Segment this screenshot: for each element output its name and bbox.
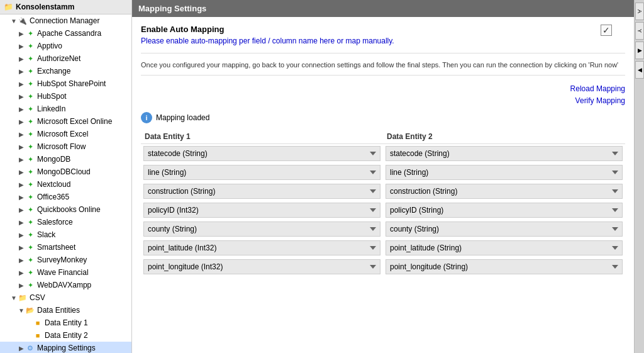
data-entity-2-icon: ■: [33, 330, 43, 340]
sidebar-item-ms-excel[interactable]: ▶ ✦ Microsoft Excel: [0, 128, 131, 140]
main-title-bar: Mapping Settings: [132, 0, 634, 17]
right-btn-2[interactable]: Y: [635, 22, 644, 40]
right-btn-4[interactable]: ◀: [635, 61, 644, 79]
mapping-select-e1-6[interactable]: point_longitude (Int32): [143, 259, 380, 274]
sidebar-item-exchange[interactable]: ▶ ✦ Exchange: [0, 65, 131, 77]
mapping-select-e2-1[interactable]: line (String): [386, 165, 623, 180]
entity1-header: Data Entity 1: [141, 130, 383, 144]
data-entity-1-icon: ■: [33, 318, 43, 328]
wave-icon: ✦: [25, 267, 35, 277]
mapping-select-e1-4[interactable]: county (String): [143, 221, 380, 237]
hubspot-sp-icon: ✦: [25, 79, 35, 89]
surveymonkey-icon: ✦: [25, 255, 35, 265]
mapping-select-e2-2[interactable]: construction (String): [386, 184, 623, 199]
auto-mapping-checkbox-area: ✓: [587, 25, 625, 36]
exchange-label: Exchange: [37, 67, 70, 76]
mapping-row-2: construction (String)construction (Strin…: [141, 182, 625, 201]
mapping-select-e2-0[interactable]: statecode (String): [386, 146, 623, 161]
mapping-loaded-text: Mapping loaded: [156, 113, 209, 122]
sidebar-item-smartsheet[interactable]: ▶ ✦ Smartsheet: [0, 241, 131, 254]
mapping-table: Data Entity 1 Data Entity 2 statecode (S…: [141, 130, 625, 276]
sidebar-item-authorizenet[interactable]: ▶ ✦ AuthorizeNet: [0, 52, 131, 65]
connection-manager-icon: 🔌: [18, 16, 28, 26]
entity2-header: Data Entity 2: [383, 130, 625, 144]
right-btn-3[interactable]: ▶: [635, 42, 644, 59]
mongodbcloud-label: MongoDBCloud: [37, 167, 91, 176]
mapping-select-e1-2[interactable]: construction (String): [143, 184, 380, 199]
mapping-cell-e2-1: line (String): [383, 163, 625, 182]
hubspot-icon: ✦: [25, 91, 35, 101]
mapping-cell-e1-1: line (String): [141, 163, 383, 182]
authorizenet-label: AuthorizeNet: [37, 54, 80, 63]
verify-mapping-link[interactable]: Verify Mapping: [141, 95, 625, 107]
mapping-row-6: point_longitude (Int32)point_longitude (…: [141, 257, 625, 276]
sidebar-item-data-entity-2[interactable]: ■ Data Entity 2: [0, 329, 131, 342]
sidebar-item-quickbooks[interactable]: ▶ ✦ Quickbooks Online: [0, 203, 131, 216]
sidebar-item-mongodb[interactable]: ▶ ✦ MongoDB: [0, 153, 131, 165]
exchange-icon: ✦: [25, 66, 35, 76]
ms-excel-icon: ✦: [25, 129, 35, 139]
sidebar-item-data-entities[interactable]: ▼ 📂 Data Entities: [0, 304, 131, 317]
mapping-select-e1-0[interactable]: statecode (String): [143, 146, 380, 161]
expand-icon: ▶: [18, 30, 25, 37]
cassandra-label: Apache Cassandra: [37, 29, 101, 38]
mapping-cell-e2-6: point_longitude (String): [383, 257, 625, 276]
ms-excel-online-label: Microsoft Excel Online: [37, 117, 112, 126]
connection-manager-label: Connection Manager: [30, 16, 99, 25]
sidebar-item-ms-flow[interactable]: ▶ ✦ Microsoft Flow: [0, 140, 131, 153]
mapping-cell-e1-6: point_longitude (Int32): [141, 257, 383, 276]
sidebar-item-wave[interactable]: ▶ ✦ Wave Financial: [0, 266, 131, 279]
smartsheet-label: Smartsheet: [37, 243, 75, 252]
csv-label: CSV: [30, 293, 45, 302]
cassandra-icon: ✦: [25, 28, 35, 38]
mapping-select-e2-4[interactable]: county (String): [386, 221, 623, 237]
sidebar-item-hubspot[interactable]: ▶ ✦ HubSpot: [0, 90, 131, 103]
wave-label: Wave Financial: [37, 268, 89, 277]
mapping-loaded-row: i Mapping loaded: [141, 112, 625, 123]
sidebar-item-office365[interactable]: ▶ ✦ Office365: [0, 191, 131, 203]
sidebar-item-surveymonkey[interactable]: ▶ ✦ SurveyMonkey: [0, 254, 131, 266]
data-entities-icon: 📂: [25, 305, 35, 315]
mapping-cell-e2-4: county (String): [383, 220, 625, 238]
auto-mapping-checkbox[interactable]: ✓: [601, 25, 612, 36]
sidebar-item-mapping-settings[interactable]: ▶ ⚙ Mapping Settings: [0, 342, 131, 353]
sidebar-item-ms-excel-online[interactable]: ▶ ✦ Microsoft Excel Online: [0, 115, 131, 128]
info-text: Once you configured your mapping, go bac…: [141, 61, 625, 76]
mapping-cell-e1-4: county (String): [141, 220, 383, 238]
sidebar-item-csv[interactable]: ▼ 📁 CSV: [0, 291, 131, 304]
mapping-select-e2-6[interactable]: point_longitude (String): [386, 259, 623, 274]
mapping-row-5: point_latitude (Int32)point_latitude (St…: [141, 238, 625, 257]
csv-folder-icon: 📁: [18, 293, 28, 303]
sidebar-item-nextcloud[interactable]: ▶ ✦ Nextcloud: [0, 178, 131, 191]
mapping-cell-e2-2: construction (String): [383, 182, 625, 201]
sidebar-item-connection-manager[interactable]: ▼ 🔌 Connection Manager: [0, 14, 131, 27]
sidebar-item-slack[interactable]: ▶ ✦ Slack: [0, 228, 131, 241]
apptivo-label: Apptivo: [37, 42, 62, 50]
slack-label: Slack: [37, 230, 55, 239]
sidebar-root-label: Konsolenstamm: [16, 3, 74, 11]
reload-mapping-link[interactable]: Reload Mapping: [141, 83, 625, 95]
mapping-select-e2-5[interactable]: point_latitude (String): [386, 240, 623, 255]
right-btn-1[interactable]: A: [635, 3, 644, 20]
sidebar-item-hubspot-sharepoint[interactable]: ▶ ✦ HubSpot SharePoint: [0, 77, 131, 90]
ms-flow-label: Microsoft Flow: [37, 142, 86, 151]
sidebar-item-data-entity-1[interactable]: ■ Data Entity 1: [0, 317, 131, 329]
mongodbcloud-icon: ✦: [25, 167, 35, 177]
sidebar-item-linkedin[interactable]: ▶ ✦ LinkedIn: [0, 103, 131, 115]
mapping-select-e1-1[interactable]: line (String): [143, 165, 380, 180]
auto-mapping-text-group: Enable Auto Mapping Please enable auto-m…: [141, 25, 394, 45]
sidebar-item-mongodbcloud[interactable]: ▶ ✦ MongoDBCloud: [0, 165, 131, 178]
mongodb-icon: ✦: [25, 154, 35, 164]
sidebar-item-apache-cassandra[interactable]: ▶ ✦ Apache Cassandra: [0, 27, 131, 40]
sidebar-item-apptivo[interactable]: ▶ ✦ Apptivo: [0, 40, 131, 52]
main-title: Mapping Settings: [138, 4, 206, 13]
auto-mapping-label: Enable Auto Mapping: [141, 25, 394, 34]
sidebar-item-webdav[interactable]: ▶ ✦ WebDAVXampp: [0, 279, 131, 291]
sidebar-item-salesforce[interactable]: ▶ ✦ Salesforce: [0, 216, 131, 228]
mapping-select-e1-3[interactable]: policyID (Int32): [143, 203, 380, 218]
webdav-label: WebDAVXampp: [37, 281, 91, 289]
hubspot-sp-label: HubSpot SharePoint: [37, 79, 106, 88]
mapping-select-e2-3[interactable]: policyID (String): [386, 203, 623, 218]
surveymonkey-label: SurveyMonkey: [37, 255, 87, 264]
mapping-select-e1-5[interactable]: point_latitude (Int32): [143, 240, 380, 255]
